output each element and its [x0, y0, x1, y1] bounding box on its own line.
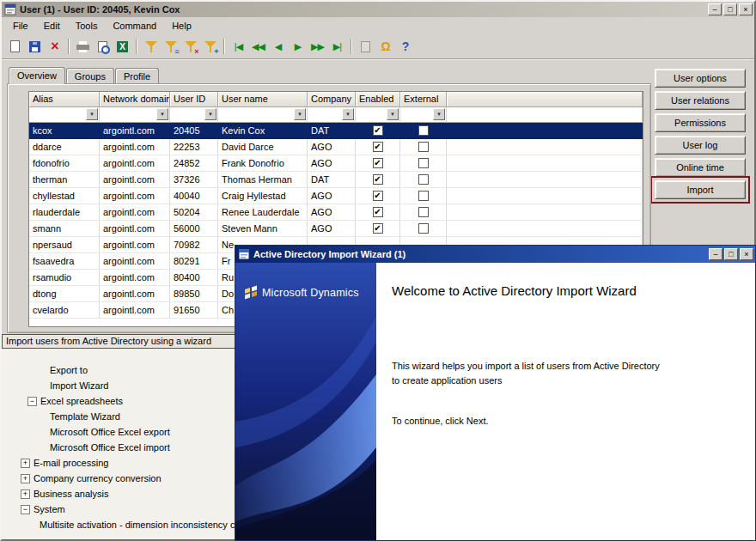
filter-by-selection-icon[interactable]: ≡ [161, 37, 180, 56]
save-icon[interactable] [25, 37, 45, 56]
tree-item-label: Business analysis [34, 489, 108, 499]
filter-cell-company[interactable]: ▼ [308, 107, 356, 123]
filter-cell-external[interactable]: ▼ [400, 107, 447, 123]
checkbox-checked[interactable]: ✔ [373, 158, 383, 168]
checkbox-unchecked[interactable] [418, 223, 429, 234]
user-row-ddarce[interactable]: ddarceargointl.com22253David DarceAGO✔ [29, 139, 643, 155]
tree-item-label: Microsoft Office Excel export [50, 427, 170, 437]
next-group-icon[interactable]: ▶▶ [308, 37, 327, 56]
user-row-fdonofrio[interactable]: fdonofrioargointl.com24852Frank Donofrio… [29, 155, 643, 172]
filter-cell-user-name[interactable]: ▼ [218, 107, 308, 123]
first-record-icon[interactable]: |◀ [229, 37, 248, 56]
column-header-user-id[interactable]: User ID [170, 92, 218, 107]
checkbox-unchecked[interactable] [418, 174, 429, 185]
user-log-button[interactable]: User log [655, 136, 746, 155]
menu-item-file[interactable]: File [5, 19, 36, 33]
cell-network-domain: argointl.com [100, 270, 170, 286]
maximize-button[interactable]: □ [723, 3, 737, 15]
checkbox-checked[interactable]: ✔ [373, 174, 383, 185]
wizard-close-button[interactable]: × [740, 248, 753, 260]
user-row-rlauderdale[interactable]: rlauderdaleargointl.com50204Renee Lauder… [29, 204, 643, 221]
user-options-button[interactable]: User options [655, 69, 746, 88]
collapse-icon[interactable]: − [27, 397, 37, 406]
column-header-company[interactable]: Company [308, 92, 356, 107]
tab-overview[interactable]: Overview [9, 67, 65, 84]
minimize-button[interactable]: – [708, 3, 722, 15]
column-header-external[interactable]: External [400, 92, 447, 107]
tab-profile[interactable]: Profile [115, 68, 159, 83]
help-icon[interactable]: ? [395, 37, 415, 56]
filter-by-field-icon[interactable] [141, 37, 161, 56]
export-to-excel-icon[interactable]: X [113, 37, 132, 56]
cell-user-id: 80291 [170, 253, 218, 270]
column-header-user-name[interactable]: User name [218, 92, 308, 107]
checkbox-checked[interactable]: ✔ [373, 125, 383, 136]
expand-icon[interactable]: + [21, 459, 30, 468]
menu-item-edit[interactable]: Edit [36, 19, 68, 33]
filter-dropdown-button[interactable]: ▼ [387, 108, 399, 120]
permissions-button[interactable]: Permissions [655, 113, 746, 132]
title-bar[interactable]: User (1) - User ID: 20405, Kevin Cox – □… [2, 2, 754, 17]
online-time-button[interactable]: Online time [655, 158, 746, 177]
checkbox-checked[interactable]: ✔ [373, 191, 383, 201]
expand-icon[interactable]: + [21, 474, 30, 483]
close-button[interactable]: × [739, 3, 753, 15]
column-header-enabled[interactable]: Enabled [356, 92, 400, 107]
new-record-icon[interactable] [5, 37, 25, 56]
filter-dropdown-button[interactable]: ▼ [86, 108, 98, 120]
filter-cell-enabled[interactable]: ▼ [356, 107, 400, 123]
cell-filler [447, 172, 643, 188]
checkbox-checked[interactable]: ✔ [373, 207, 383, 217]
previous-group-icon[interactable]: ◀◀ [248, 37, 268, 56]
previous-record-icon[interactable]: ◀ [268, 37, 288, 56]
document-handling-icon[interactable] [356, 37, 375, 56]
wizard-title-bar[interactable]: Active Directory Import Wizard (1) – □ × [235, 246, 755, 263]
checkbox-unchecked[interactable] [418, 191, 429, 201]
user-relations-button[interactable]: User relations [655, 91, 746, 110]
filter-dropdown-button[interactable]: ▼ [204, 108, 216, 120]
wizard-minimize-button[interactable]: – [709, 248, 722, 260]
microsoft-dynamics-logo: Microsoft Dynamics [244, 285, 359, 300]
dynamics-logo-text: Microsoft Dynamics [262, 287, 359, 299]
cell-alias: cvelardo [29, 302, 100, 319]
checkbox-checked[interactable]: ✔ [373, 142, 383, 152]
menu-item-help[interactable]: Help [164, 19, 199, 33]
filter-dropdown-button[interactable]: ▼ [433, 108, 445, 120]
delete-record-icon[interactable]: × [45, 37, 64, 56]
user-row-chyllestad[interactable]: chyllestadargointl.com40040Craig Hyllest… [29, 188, 643, 204]
menu-item-tools[interactable]: Tools [68, 19, 106, 33]
advanced-filter-icon[interactable]: + [200, 37, 220, 56]
checkbox-checked[interactable]: ✔ [373, 223, 383, 234]
user-row-kcox[interactable]: kcoxargointl.com20405Kevin CoxDAT✔ [29, 123, 643, 139]
filter-cell-user-id[interactable]: ▼ [170, 107, 218, 123]
user-row-therman[interactable]: thermanargointl.com37326Thomas HermanDAT… [29, 172, 643, 188]
collapse-icon[interactable]: − [21, 505, 30, 514]
checkbox-unchecked[interactable] [418, 125, 429, 136]
column-header-alias[interactable]: Alias [29, 92, 100, 107]
tab-groups[interactable]: Groups [66, 68, 114, 83]
tree-item-label: Export to [50, 365, 88, 375]
checkbox-unchecked[interactable] [418, 207, 429, 217]
wizard-maximize-button[interactable]: □ [724, 248, 738, 260]
filter-cell-alias[interactable]: ▼ [29, 107, 100, 123]
expand-icon[interactable]: + [21, 489, 30, 499]
filter-cell-network-domain[interactable]: ▼ [100, 107, 170, 123]
column-header-network-domain[interactable]: Network domain [100, 92, 170, 107]
checkbox-unchecked[interactable] [418, 158, 429, 168]
last-record-icon[interactable]: ▶| [327, 37, 347, 56]
filter-dropdown-button[interactable]: ▼ [342, 108, 354, 120]
menu-item-command[interactable]: Command [105, 19, 164, 33]
filter-dropdown-button[interactable]: ▼ [156, 108, 168, 120]
import-button[interactable]: Import [655, 180, 746, 199]
print-preview-icon[interactable] [93, 37, 113, 56]
checkbox-unchecked[interactable] [418, 142, 429, 152]
tree-item-label: E-mail processing [34, 458, 108, 468]
alerts-icon[interactable]: Ω [375, 37, 395, 56]
print-icon[interactable] [73, 37, 93, 56]
cell-user-id: 80400 [170, 270, 218, 286]
filter-dropdown-button[interactable]: ▼ [294, 108, 306, 120]
user-row-smann[interactable]: smannargointl.com56000Steven MannAGO✔ [29, 221, 643, 237]
cell-company: DAT [308, 123, 356, 139]
next-record-icon[interactable]: ▶ [288, 37, 308, 56]
remove-filter-icon[interactable]: × [180, 37, 200, 56]
